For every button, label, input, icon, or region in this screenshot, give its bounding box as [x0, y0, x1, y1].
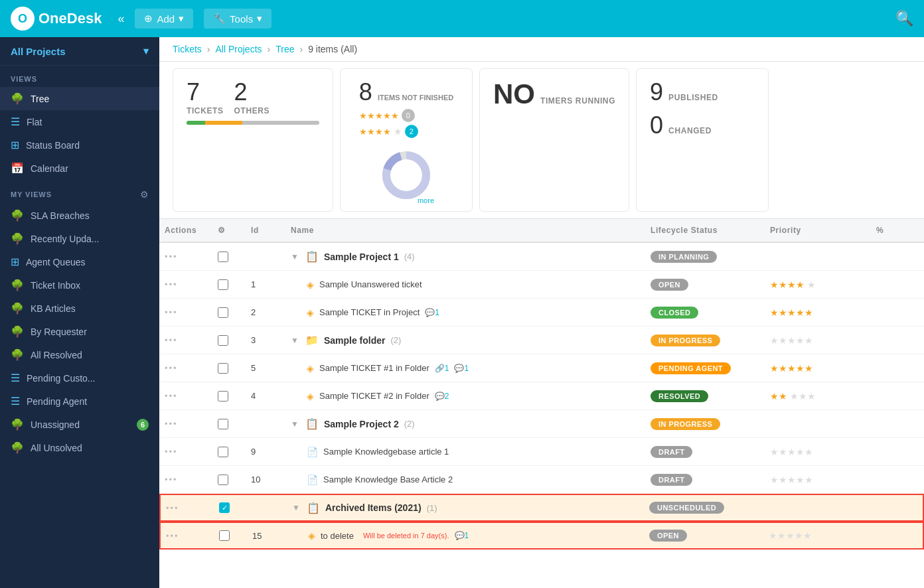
- row-actions[interactable]: •••: [159, 415, 212, 433]
- row-checkbox[interactable]: [214, 526, 247, 545]
- my-views-gear-icon[interactable]: ⚙: [140, 189, 149, 200]
- project-selector[interactable]: All Projects ▾: [0, 37, 159, 66]
- more-link[interactable]: more: [418, 196, 434, 204]
- sidebar-item-all-resolved[interactable]: 🌳 All Resolved: [0, 343, 159, 366]
- row-checkbox-input[interactable]: [218, 279, 228, 290]
- expand-icon[interactable]: ▼: [291, 336, 299, 345]
- sidebar-item-ticket-inbox[interactable]: 🌳 Ticket Inbox: [0, 273, 159, 297]
- row-checkbox-input[interactable]: [218, 335, 228, 346]
- actions-dots-icon[interactable]: •••: [165, 335, 178, 345]
- empty-stars-icon: ★★★★★: [770, 447, 813, 457]
- row-name-cell[interactable]: ◈ Sample TICKET #1 in Folder 🔗1 💬1: [285, 359, 645, 378]
- th-settings[interactable]: ⚙: [212, 226, 246, 235]
- row-id: [246, 253, 285, 261]
- row-actions[interactable]: •••: [159, 471, 212, 488]
- actions-dots-icon[interactable]: •••: [165, 252, 178, 261]
- row-name-cell[interactable]: ◈ Sample TICKET #2 in Folder 💬2: [285, 387, 645, 405]
- breadcrumb-all-projects[interactable]: All Projects: [216, 44, 262, 54]
- sidebar-item-all-unsolved[interactable]: 🌳 All Unsolved: [0, 436, 159, 459]
- row-name-cell[interactable]: ▼ 📋 Sample Project 1 (4): [285, 246, 645, 267]
- row-status: DRAFT: [645, 470, 765, 490]
- row-actions[interactable]: •••: [161, 527, 214, 545]
- row-priority: ★★★★★: [765, 275, 871, 294]
- row-actions[interactable]: •••: [159, 248, 212, 265]
- sidebar-item-unassigned[interactable]: 🌳 Unassigned 6: [0, 413, 159, 436]
- sidebar-item-agent-queues[interactable]: ⊞ Agent Queues: [0, 250, 159, 273]
- actions-dots-icon[interactable]: •••: [166, 503, 179, 513]
- row-checkbox[interactable]: ✓: [214, 498, 247, 517]
- add-button[interactable]: ⊕ Add ▾: [135, 9, 193, 29]
- checked-checkbox[interactable]: ✓: [219, 502, 230, 513]
- sidebar-item-pending-agent-label: Pending Agent: [27, 396, 87, 407]
- actions-dots-icon[interactable]: •••: [165, 391, 178, 401]
- actions-dots-icon[interactable]: •••: [165, 419, 178, 429]
- row-name-cell[interactable]: ◈ to delete Will be deleted in 7 day(s).…: [287, 526, 644, 545]
- sidebar-item-pending-customer[interactable]: ☰ Pending Custo...: [0, 366, 159, 390]
- tools-button[interactable]: 🔧 Tools ▾: [204, 9, 271, 29]
- sidebar-item-pending-agent[interactable]: ☰ Pending Agent: [0, 390, 159, 413]
- row-actions[interactable]: •••: [159, 359, 212, 377]
- actions-dots-icon[interactable]: •••: [165, 475, 178, 484]
- row-priority: ★★★★★: [765, 303, 871, 322]
- expand-icon[interactable]: ▼: [291, 252, 299, 261]
- row-name-cell[interactable]: ▼ 📋 Sample Project 2 (2): [285, 413, 645, 434]
- unassigned-icon: 🌳: [11, 418, 24, 431]
- folder-icon: 📁: [305, 334, 319, 346]
- expand-icon[interactable]: ▼: [291, 419, 299, 429]
- actions-dots-icon[interactable]: •••: [166, 531, 179, 541]
- row-actions[interactable]: •••: [161, 499, 214, 517]
- row-ticket-name: Sample TICKET #1 in Folder: [319, 363, 429, 373]
- row-checkbox[interactable]: [212, 443, 246, 461]
- breadcrumb-tickets[interactable]: Tickets: [173, 44, 202, 54]
- sidebar-item-tree[interactable]: 🌳 Tree: [0, 87, 159, 110]
- sidebar-item-by-requester[interactable]: 🌳 By Requester: [0, 320, 159, 343]
- row-checkbox-input[interactable]: [218, 307, 228, 318]
- row-name-cell[interactable]: ▼ 📋 Archived Items (2021) (1): [287, 498, 644, 518]
- row-checkbox[interactable]: [212, 248, 246, 266]
- sidebar-item-flat[interactable]: ☰ Flat: [0, 110, 159, 133]
- actions-dots-icon[interactable]: •••: [165, 279, 178, 289]
- row-name-cell[interactable]: ◈ Sample Unanswered ticket: [285, 275, 645, 294]
- row-actions[interactable]: •••: [159, 331, 212, 349]
- row-checkbox[interactable]: [212, 275, 246, 294]
- add-label: Add: [157, 13, 175, 25]
- row-checkbox-input[interactable]: [219, 530, 230, 541]
- row-actions[interactable]: •••: [159, 443, 212, 461]
- row-checkbox[interactable]: [212, 359, 246, 378]
- expand-icon[interactable]: ▼: [292, 503, 300, 512]
- row-checkbox-input[interactable]: [218, 475, 228, 485]
- row-checkbox[interactable]: [212, 303, 246, 322]
- collapse-button[interactable]: «: [117, 12, 124, 26]
- row-checkbox[interactable]: [212, 415, 246, 433]
- kb-articles-icon: 🌳: [11, 302, 24, 315]
- row-checkbox-input[interactable]: [218, 391, 228, 402]
- breadcrumb-tree[interactable]: Tree: [275, 44, 294, 54]
- sidebar-item-recently[interactable]: 🌳 Recently Upda...: [0, 227, 159, 250]
- row-actions[interactable]: •••: [159, 275, 212, 293]
- row-checkbox-input[interactable]: [218, 447, 228, 457]
- th-priority-label: Priority: [770, 226, 801, 235]
- row-checkbox[interactable]: [212, 331, 246, 350]
- row-checkbox[interactable]: [212, 387, 246, 405]
- actions-dots-icon[interactable]: •••: [165, 363, 178, 373]
- star-row-4: ★★★★★ 2: [359, 125, 453, 138]
- actions-dots-icon[interactable]: •••: [165, 307, 178, 317]
- actions-dots-icon[interactable]: •••: [165, 447, 178, 457]
- table-row: ••• ▼ 📋 Sample Project 1 (4) IN PLANNING: [159, 243, 924, 271]
- sidebar-item-calendar[interactable]: 📅 Calendar: [0, 157, 159, 180]
- row-name-cell[interactable]: 📄 Sample Knowledgebase article 1: [285, 443, 645, 461]
- row-checkbox-input[interactable]: [218, 252, 228, 262]
- row-name-cell[interactable]: 📄 Sample Knowledge Base Article 2: [285, 471, 645, 489]
- sidebar-item-status-board[interactable]: ⊞ Status Board: [0, 133, 159, 157]
- row-actions[interactable]: •••: [159, 387, 212, 405]
- row-id: [247, 504, 287, 512]
- row-name-cell[interactable]: ▼ 📁 Sample folder (2): [285, 330, 645, 350]
- search-button[interactable]: 🔍: [895, 10, 913, 27]
- row-checkbox-input[interactable]: [218, 363, 228, 374]
- row-actions[interactable]: •••: [159, 303, 212, 321]
- row-checkbox[interactable]: [212, 471, 246, 489]
- sidebar-item-kb-articles[interactable]: 🌳 KB Articles: [0, 297, 159, 320]
- sidebar-item-sla[interactable]: 🌳 SLA Breaches: [0, 204, 159, 227]
- row-name-cell[interactable]: ◈ Sample TICKET in Project 💬1: [285, 303, 645, 322]
- row-checkbox-input[interactable]: [218, 419, 228, 429]
